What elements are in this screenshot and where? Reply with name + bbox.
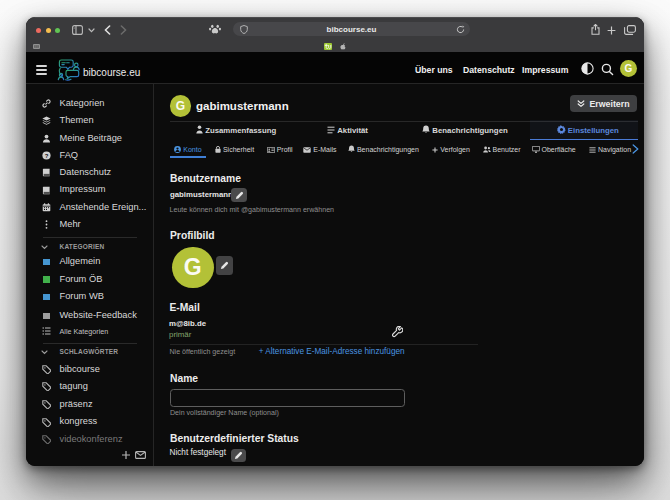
svg-text:?: ? [45, 153, 49, 159]
